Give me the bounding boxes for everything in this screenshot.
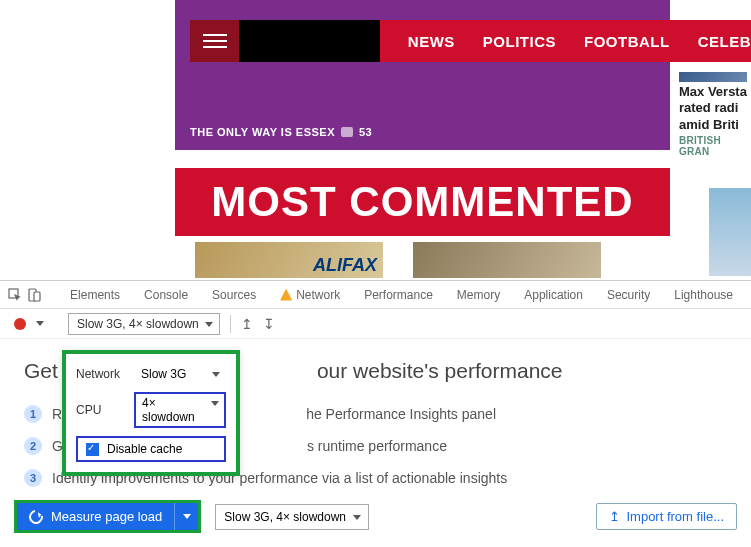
network-select[interactable]: Slow 3G <box>134 364 226 384</box>
side-thumbnail[interactable] <box>709 188 751 276</box>
nav-celeb[interactable]: CELEB <box>698 33 751 50</box>
story-thumbnail <box>679 72 747 82</box>
measure-dropdown[interactable] <box>174 503 198 530</box>
cpu-label: CPU <box>76 403 101 417</box>
divider <box>230 315 231 333</box>
tab-sources[interactable]: Sources <box>202 281 266 309</box>
record-menu-icon[interactable] <box>36 321 44 326</box>
upload-icon[interactable]: ↥ <box>241 316 253 332</box>
tab-console[interactable]: Console <box>134 281 198 309</box>
webpage-preview: NEWS POLITICS FOOTBALL CELEB THE ONLY WA… <box>0 0 751 280</box>
article-tag: THE ONLY WAY IS ESSEX 53 <box>190 126 372 138</box>
devtools-toolbar: Slow 3G, 4× slowdown ↥ ↧ <box>0 309 751 339</box>
measure-button-group: Measure page load <box>14 500 201 533</box>
inspect-icon[interactable] <box>8 287 23 303</box>
svg-rect-2 <box>34 292 40 301</box>
tab-application[interactable]: Application <box>514 281 593 309</box>
most-commented-banner: MOST COMMENTED <box>175 168 670 236</box>
device-icon[interactable] <box>27 287 42 303</box>
disable-cache-checkbox[interactable]: Disable cache <box>76 436 226 462</box>
tab-lighthouse[interactable]: Lighthouse <box>664 281 743 309</box>
network-label: Network <box>76 367 120 381</box>
download-icon[interactable]: ↧ <box>263 316 275 332</box>
measure-page-load-button[interactable]: Measure page load <box>17 503 174 530</box>
record-button[interactable] <box>14 318 26 330</box>
step-number: 3 <box>24 469 42 487</box>
thumb-2[interactable] <box>413 242 601 278</box>
story-category: BRITISH GRAN <box>679 135 751 157</box>
throttle-select[interactable]: Slow 3G, 4× slowdown <box>68 313 220 335</box>
tab-security[interactable]: Security <box>597 281 660 309</box>
tagline-text: THE ONLY WAY IS ESSEX <box>190 126 335 138</box>
throttle-popover: Network Slow 3G CPU 4× slowdown Disable … <box>62 350 240 476</box>
halifax-text: ALIFAX <box>313 255 377 276</box>
sidebar-story[interactable]: Max Versta rated radi amid Briti BRITISH… <box>679 72 751 157</box>
checkbox-icon <box>86 443 99 456</box>
nav-news[interactable]: NEWS <box>408 33 455 50</box>
tab-elements[interactable]: Elements <box>60 281 130 309</box>
step-number: 2 <box>24 437 42 455</box>
nav-politics[interactable]: POLITICS <box>483 33 556 50</box>
reload-icon <box>26 507 45 526</box>
tab-memory[interactable]: Memory <box>447 281 510 309</box>
cpu-select[interactable]: 4× slowdown <box>134 392 226 428</box>
nav-football[interactable]: FOOTBALL <box>584 33 670 50</box>
comment-count: 53 <box>359 126 372 138</box>
step-number: 1 <box>24 405 42 423</box>
devtools-tabs: Elements Console Sources Network Perform… <box>0 281 751 309</box>
bottom-toolbar: Measure page load Slow 3G, 4× slowdown ↥… <box>14 500 737 533</box>
tab-performance[interactable]: Performance <box>354 281 443 309</box>
bottom-throttle-select[interactable]: Slow 3G, 4× slowdown <box>215 504 369 530</box>
warning-icon <box>280 289 292 301</box>
import-button[interactable]: ↥ Import from file... <box>596 503 737 530</box>
story-title: Max Versta rated radi amid Briti <box>679 84 751 133</box>
site-nav: NEWS POLITICS FOOTBALL CELEB <box>190 20 751 62</box>
site-logo[interactable] <box>239 20 380 62</box>
hamburger-icon[interactable] <box>190 20 239 62</box>
comment-icon <box>341 127 353 137</box>
story-thumbnails: ALIFAX <box>195 242 601 278</box>
most-commented-text: MOST COMMENTED <box>211 178 633 226</box>
tab-network[interactable]: Network <box>270 281 350 309</box>
thumb-1[interactable]: ALIFAX <box>195 242 383 278</box>
upload-icon: ↥ <box>609 509 620 524</box>
